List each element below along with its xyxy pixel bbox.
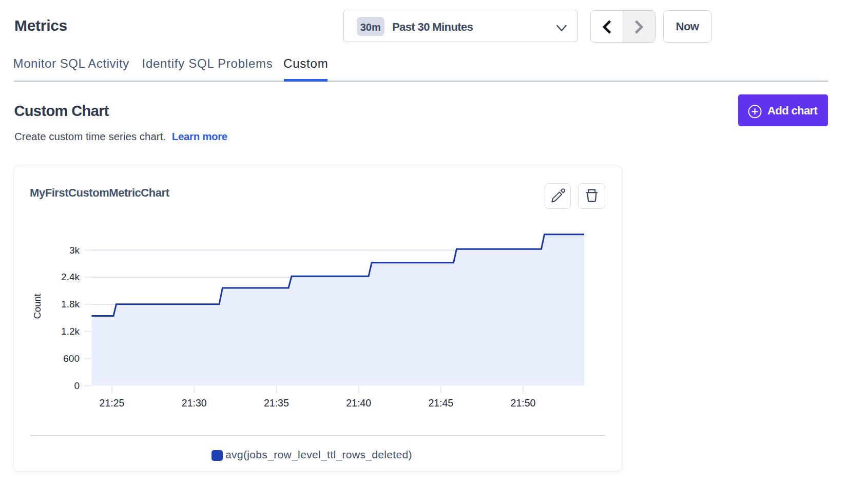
svg-text:21:30: 21:30 xyxy=(182,397,207,409)
svg-text:21:45: 21:45 xyxy=(428,397,453,409)
svg-text:21:35: 21:35 xyxy=(264,397,289,409)
svg-text:21:50: 21:50 xyxy=(511,397,536,409)
svg-text:1.8k: 1.8k xyxy=(61,299,80,309)
svg-text:21:25: 21:25 xyxy=(100,397,125,409)
svg-text:2.4k: 2.4k xyxy=(61,272,80,282)
svg-text:0: 0 xyxy=(74,380,80,391)
svg-text:21:40: 21:40 xyxy=(346,397,371,409)
svg-text:Count: Count xyxy=(32,293,43,319)
svg-text:1.2k: 1.2k xyxy=(61,326,80,337)
svg-text:3k: 3k xyxy=(69,245,80,256)
svg-text:600: 600 xyxy=(63,353,80,364)
